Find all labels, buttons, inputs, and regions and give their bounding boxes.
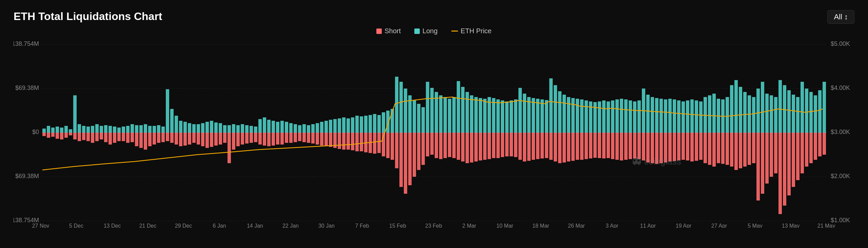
svg-rect-144 — [272, 133, 275, 146]
svg-text:$69.38M: $69.38M — [15, 84, 39, 91]
header-row: ETH Total Liquidations Chart All ↕ — [14, 10, 854, 24]
svg-rect-133 — [250, 126, 253, 133]
svg-rect-125 — [232, 124, 235, 133]
svg-rect-248 — [501, 133, 504, 157]
svg-rect-344 — [712, 133, 716, 167]
svg-rect-382 — [796, 133, 800, 180]
svg-rect-128 — [236, 133, 240, 146]
svg-rect-245 — [496, 99, 500, 133]
svg-text:23 Feb: 23 Feb — [425, 223, 442, 228]
watermark: coinglass — [631, 156, 681, 168]
svg-rect-375 — [783, 85, 786, 133]
svg-rect-209 — [417, 104, 420, 133]
svg-rect-145 — [276, 122, 279, 133]
svg-rect-218 — [435, 133, 438, 158]
svg-rect-386 — [805, 133, 808, 167]
svg-rect-303 — [624, 99, 628, 133]
svg-rect-90 — [153, 133, 156, 145]
svg-rect-371 — [774, 97, 777, 133]
svg-rect-387 — [809, 92, 813, 133]
svg-rect-272 — [554, 133, 557, 161]
svg-rect-103 — [183, 122, 187, 133]
svg-rect-325 — [673, 99, 676, 133]
svg-rect-117 — [214, 122, 218, 133]
svg-rect-376 — [783, 133, 786, 206]
svg-rect-315 — [651, 97, 654, 133]
svg-rect-290 — [593, 133, 597, 158]
svg-rect-266 — [540, 133, 544, 158]
svg-rect-366 — [761, 133, 764, 194]
svg-rect-85 — [144, 124, 147, 133]
svg-text:22 Jan: 22 Jan — [282, 223, 299, 228]
svg-text:7 Feb: 7 Feb — [355, 223, 369, 228]
legend-short: Short — [376, 27, 401, 35]
svg-rect-349 — [726, 97, 729, 133]
svg-rect-332 — [686, 133, 689, 160]
svg-point-397 — [631, 164, 635, 168]
svg-rect-281 — [576, 99, 579, 133]
svg-rect-224 — [448, 133, 451, 157]
svg-rect-255 — [518, 88, 522, 133]
svg-rect-191 — [377, 115, 381, 133]
svg-rect-357 — [743, 92, 747, 133]
svg-text:29 Dec: 29 Dec — [175, 223, 192, 228]
svg-text:19 Apr: 19 Apr — [676, 223, 692, 228]
svg-rect-82 — [135, 133, 138, 146]
svg-rect-154 — [294, 133, 297, 142]
svg-rect-229 — [461, 87, 465, 133]
all-button[interactable]: All ↕ — [827, 10, 854, 24]
svg-rect-169 — [329, 120, 332, 133]
svg-rect-236 — [474, 133, 478, 161]
svg-rect-175 — [342, 117, 346, 133]
svg-rect-53 — [73, 95, 77, 133]
svg-rect-180 — [351, 133, 354, 150]
svg-rect-147 — [280, 121, 284, 133]
svg-rect-181 — [355, 116, 359, 133]
svg-rect-140 — [263, 133, 266, 146]
legend-long: Long — [414, 27, 438, 35]
svg-rect-66 — [100, 133, 103, 139]
svg-rect-276 — [563, 133, 566, 163]
svg-rect-99 — [175, 116, 178, 133]
svg-rect-139 — [263, 117, 266, 133]
svg-rect-134 — [250, 133, 253, 143]
svg-rect-338 — [699, 133, 703, 160]
svg-rect-213 — [426, 82, 429, 133]
svg-rect-253 — [514, 99, 517, 133]
svg-rect-390 — [814, 133, 817, 160]
svg-rect-219 — [439, 95, 442, 133]
svg-rect-51 — [69, 129, 72, 133]
svg-rect-131 — [245, 125, 249, 133]
svg-rect-301 — [620, 99, 623, 133]
svg-rect-185 — [364, 116, 368, 133]
svg-rect-270 — [549, 133, 553, 160]
svg-rect-81 — [135, 125, 138, 133]
svg-rect-204 — [404, 133, 407, 194]
svg-rect-285 — [585, 100, 588, 133]
short-label: Short — [384, 27, 401, 35]
svg-rect-83 — [139, 125, 143, 133]
svg-text:3 Apr: 3 Apr — [606, 223, 618, 228]
svg-rect-257 — [523, 94, 526, 133]
svg-rect-254 — [514, 133, 517, 157]
svg-rect-265 — [540, 99, 544, 133]
svg-rect-237 — [479, 98, 482, 133]
svg-text:5 Dec: 5 Dec — [69, 223, 83, 228]
svg-rect-210 — [417, 133, 420, 170]
svg-text:$1.00K: $1.00K — [831, 217, 850, 224]
svg-rect-101 — [179, 121, 182, 133]
svg-rect-221 — [443, 97, 447, 133]
svg-rect-388 — [809, 133, 813, 163]
svg-rect-292 — [598, 133, 601, 158]
svg-rect-206 — [408, 133, 412, 185]
svg-rect-363 — [756, 89, 760, 133]
svg-rect-162 — [311, 133, 315, 144]
svg-rect-321 — [664, 99, 667, 133]
svg-rect-94 — [161, 133, 165, 142]
svg-rect-146 — [276, 133, 279, 145]
svg-rect-113 — [205, 122, 209, 133]
svg-text:13 Dec: 13 Dec — [104, 223, 121, 228]
svg-rect-170 — [329, 133, 332, 147]
svg-rect-203 — [404, 89, 407, 133]
svg-rect-307 — [633, 101, 636, 133]
